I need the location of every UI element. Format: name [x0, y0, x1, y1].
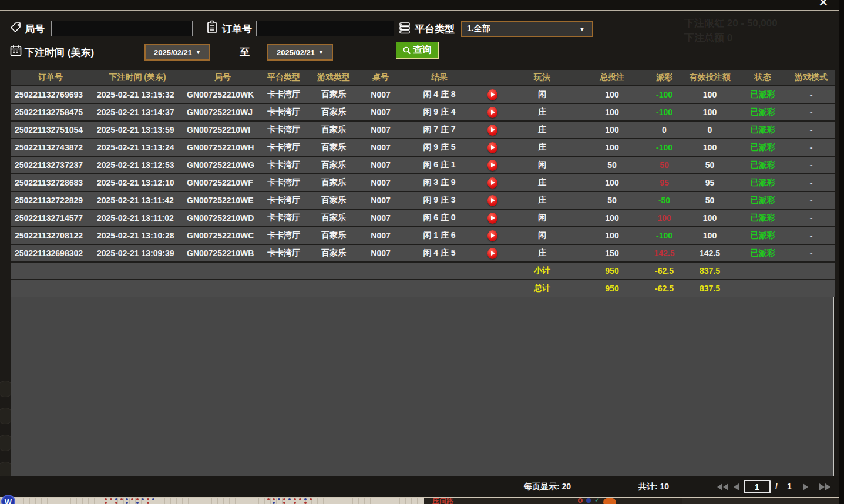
cell-result: 闲 9 庄 5 [401, 139, 478, 156]
clipboard-icon [206, 20, 218, 34]
ask-road-label: 压问路 [432, 498, 453, 504]
cell-payout: -100 [647, 227, 682, 244]
replay-play-icon[interactable] [487, 107, 497, 118]
platform-type-select[interactable]: 1.全部 ▼ [461, 21, 593, 37]
replay-play-icon[interactable] [487, 195, 497, 206]
road-dot [310, 498, 312, 500]
table-header: 订单号 下注时间 (美东) 局号 平台类型 游戏类型 桌号 结果 玩法 总投注 … [11, 70, 835, 86]
replay-play-icon[interactable] [487, 89, 497, 100]
cell-game-type: 百家乐 [307, 209, 360, 227]
cell-valid-bet: 50 [682, 191, 738, 209]
header-bet-time: 下注时间 (美东) [90, 70, 185, 86]
cell-valid-bet: 100 [682, 227, 738, 244]
total-pages: 1 [787, 482, 792, 491]
close-icon[interactable]: ✕ [818, 0, 829, 9]
cell-order-no: 250221132743872 [11, 139, 90, 156]
cell-total-bet: 100 [577, 86, 647, 103]
cell-play-type: 庄 [507, 121, 577, 139]
cell-table-no: N007 [360, 103, 401, 121]
cell-status: 已派彩 [738, 139, 788, 156]
next-page-icon[interactable] [803, 483, 808, 490]
cell-game-mode: - [788, 174, 835, 191]
first-page-icon[interactable] [717, 483, 728, 490]
cell-order-no: 250221132751054 [11, 121, 90, 139]
cell-platform-type: 卡卡湾厅 [260, 86, 307, 103]
cell-valid-bet: 100 [682, 86, 738, 103]
road-dot [267, 498, 270, 500]
table-row: 250221132728683 2025-02-21 13:12:10 GN00… [11, 174, 835, 191]
cell-play-type: 庄 [507, 103, 577, 121]
cell-order-no: 250221132698302 [11, 244, 90, 262]
search-icon [403, 46, 411, 55]
page-input[interactable] [744, 480, 771, 493]
cell-round-no: GN007252210WF [185, 174, 260, 191]
cell-table-no: N007 [360, 191, 401, 209]
replay-play-icon[interactable] [487, 160, 497, 171]
chevron-down-icon: ▼ [579, 26, 592, 32]
cell-game-mode: - [788, 103, 835, 121]
round-no-input[interactable] [51, 21, 193, 36]
replay-play-icon[interactable] [487, 125, 497, 136]
replay-play-icon[interactable] [487, 248, 497, 259]
subtotal-spacer [11, 262, 507, 280]
cell-game-mode: - [788, 121, 835, 139]
road-dot [105, 498, 107, 500]
cell-valid-bet: 0 [682, 121, 738, 139]
header-play-type: 玩法 [507, 70, 577, 86]
subtotal-label: 小计 [507, 262, 577, 280]
cell-status: 已派彩 [738, 156, 788, 174]
play-triangle [491, 233, 495, 238]
cell-total-bet: 100 [577, 174, 647, 191]
cell-total-bet: 50 [577, 191, 647, 209]
cell-game-type: 百家乐 [307, 244, 360, 262]
cell-result: 闲 7 庄 7 [401, 121, 478, 139]
replay-play-icon[interactable] [487, 177, 497, 189]
records-table: 订单号 下注时间 (美东) 局号 平台类型 游戏类型 桌号 结果 玩法 总投注 … [11, 70, 835, 297]
dialog-top-border [0, 10, 839, 11]
cell-result: 闲 6 庄 1 [401, 156, 478, 174]
road-panel-right [682, 498, 839, 504]
play-triangle [491, 145, 495, 150]
road-dot [294, 498, 296, 500]
table-body: 250221132769693 2025-02-21 13:15:32 GN00… [11, 86, 835, 262]
chip-blob [603, 498, 616, 504]
cell-result: 闲 9 庄 4 [401, 103, 478, 121]
prev-page-icon[interactable] [734, 483, 739, 490]
cell-play-type: 闲 [507, 156, 577, 174]
cell-result: 闲 1 庄 6 [401, 227, 478, 244]
table-row: 250221132722829 2025-02-21 13:11:42 GN00… [11, 191, 835, 209]
cell-status: 已派彩 [738, 121, 788, 139]
grand-total-valid-bet: 837.5 [682, 280, 738, 297]
cell-replay [478, 139, 507, 156]
cell-table-no: N007 [360, 156, 401, 174]
last-page-icon[interactable] [819, 483, 830, 490]
query-button[interactable]: 查询 [396, 42, 439, 59]
cell-bet-time: 2025-02-21 13:09:39 [90, 244, 185, 262]
cell-game-mode: - [788, 86, 835, 103]
header-replay [478, 70, 507, 86]
betting-records-dialog: GN00725221 下注限红 20 - 50,000 下注总额 0 两对 3 … [0, 0, 844, 504]
cell-payout: 50 [647, 156, 682, 174]
table-row: 250221132758475 2025-02-21 13:14:37 GN00… [11, 103, 835, 121]
cell-table-no: N007 [360, 174, 401, 191]
cell-round-no: GN007252210WC [185, 227, 260, 244]
play-triangle [491, 92, 495, 97]
cell-order-no: 250221132728683 [11, 174, 90, 191]
cell-total-bet: 100 [577, 227, 647, 244]
cell-round-no: GN007252210WK [185, 86, 260, 103]
date-to-picker[interactable]: 2025/02/21 ▼ [267, 44, 333, 61]
road-dot [294, 502, 296, 504]
cell-valid-bet: 100 [682, 139, 738, 156]
cell-status: 已派彩 [738, 227, 788, 244]
cell-game-type: 百家乐 [307, 121, 360, 139]
total-count-label: 共计: 10 [638, 482, 669, 492]
replay-play-icon[interactable] [487, 142, 497, 153]
date-from-picker[interactable]: 2025/02/21 ▼ [144, 44, 210, 61]
replay-play-icon[interactable] [487, 213, 497, 224]
ghost-limit-text: 下注限红 20 - 50,000 [684, 16, 778, 30]
date-from-value: 2025/02/21 [154, 48, 192, 57]
road-dot [142, 498, 144, 500]
cell-round-no: GN007252210WJ [185, 103, 260, 121]
replay-play-icon[interactable] [487, 230, 497, 241]
order-no-input[interactable] [256, 21, 394, 36]
